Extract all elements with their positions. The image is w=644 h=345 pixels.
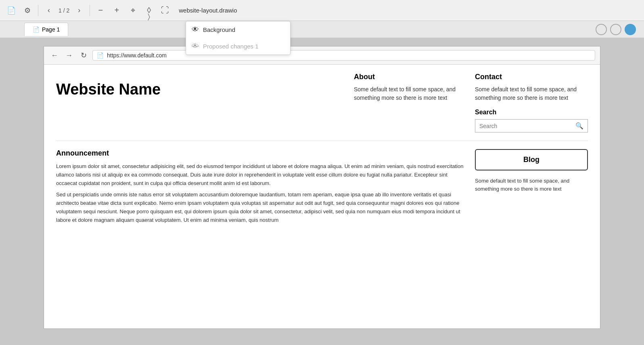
browser-nav: ← → ↻ 📄 https://www.default.com bbox=[49, 50, 595, 61]
refresh-icon: ↻ bbox=[81, 51, 87, 60]
browser-chrome: ← → ↻ 📄 https://www.default.com bbox=[44, 46, 600, 65]
new-file-button[interactable]: 📄 bbox=[4, 3, 19, 18]
about-heading: About bbox=[354, 73, 467, 81]
tab-page1-label: Page 1 bbox=[42, 26, 60, 33]
contact-text: Some default text to fill some space, an… bbox=[475, 85, 588, 102]
layer-proposed-label: Proposed changes 1 bbox=[203, 43, 259, 50]
layer-proposed[interactable]: 👁 Proposed changes 1 bbox=[186, 38, 290, 55]
url-text: https://www.default.com bbox=[107, 52, 167, 59]
layer-background[interactable]: 👁 Background bbox=[186, 21, 290, 38]
new-file-icon: 📄 bbox=[7, 6, 16, 15]
eye-slash-icon: 👁 bbox=[192, 42, 199, 50]
sidebar-text: Some default text to fill some space, an… bbox=[475, 177, 588, 193]
tabs-bar: 📄 Page 1 bbox=[0, 21, 644, 38]
address-bar[interactable]: 📄 https://www.default.com bbox=[92, 50, 595, 61]
forward-button[interactable]: → bbox=[63, 50, 75, 61]
filename-label: website-layout.drawio bbox=[179, 7, 237, 14]
back-icon: ← bbox=[51, 51, 58, 60]
search-button[interactable]: 🔍 bbox=[571, 120, 588, 132]
toolbar: 📄 ⚙ ‹ 1 / 2 › − + ⌖ ◊ 〉 ⛶ website-layout… bbox=[0, 0, 644, 21]
page-navigation: ‹ 1 / 2 › bbox=[42, 3, 86, 18]
prev-icon: ‹ bbox=[46, 6, 52, 15]
website-content: Website Name About Some default text to … bbox=[44, 65, 600, 233]
win-btn-2[interactable] bbox=[610, 24, 621, 35]
contact-section: Contact Some default text to fill some s… bbox=[475, 73, 588, 133]
zoom-out-button[interactable]: − bbox=[93, 3, 108, 18]
layer-background-label: Background bbox=[203, 26, 235, 33]
website-body: Announcement Lorem ipsum dolor sit amet,… bbox=[56, 149, 588, 225]
divider-1 bbox=[38, 5, 38, 16]
website-name: Website Name bbox=[56, 73, 346, 133]
zoom-out-icon: − bbox=[98, 6, 103, 15]
contact-heading: Contact bbox=[475, 73, 588, 81]
fit-page-button[interactable]: ⌖ bbox=[125, 3, 140, 18]
website-header: Website Name About Some default text to … bbox=[56, 73, 588, 141]
prev-page-button[interactable]: ‹ bbox=[42, 3, 56, 18]
eye-icon: 👁 bbox=[192, 25, 199, 34]
refresh-button[interactable]: ↻ bbox=[78, 50, 89, 61]
layers-button[interactable]: ◊ 〉 bbox=[142, 3, 156, 18]
announcement-paragraph-2: Sed ut perspiciatis unde omnis iste natu… bbox=[56, 191, 467, 224]
sidebar-widgets: Blog Some default text to fill some spac… bbox=[475, 149, 588, 225]
main-area: 📄 Page 1 ← → ↻ bbox=[0, 21, 644, 345]
fullscreen-icon: ⛶ bbox=[161, 6, 169, 15]
search-icon: 🔍 bbox=[575, 122, 583, 129]
search-box: 🔍 bbox=[475, 119, 588, 133]
back-button[interactable]: ← bbox=[49, 50, 60, 61]
zoom-in-icon: + bbox=[114, 6, 119, 15]
fit-icon: ⌖ bbox=[131, 6, 135, 15]
zoom-in-button[interactable]: + bbox=[109, 3, 124, 18]
search-section: Search 🔍 bbox=[475, 109, 588, 133]
cursor-hand-icon: 〉 bbox=[148, 13, 150, 21]
settings-icon: ⚙ bbox=[24, 6, 31, 15]
search-input[interactable] bbox=[475, 120, 571, 132]
about-text: Some default text to fill some space, an… bbox=[354, 85, 467, 102]
blog-button[interactable]: Blog bbox=[475, 149, 588, 170]
next-icon: › bbox=[76, 6, 82, 15]
canvas-area: ← → ↻ 📄 https://www.default.com bbox=[0, 38, 644, 345]
settings-button[interactable]: ⚙ bbox=[20, 3, 35, 18]
page-indicator: 1 / 2 bbox=[57, 7, 71, 14]
about-section: About Some default text to fill some spa… bbox=[354, 73, 467, 133]
announcement-heading: Announcement bbox=[56, 149, 467, 158]
divider-2 bbox=[90, 5, 90, 16]
win-btn-1[interactable] bbox=[596, 24, 607, 35]
next-page-button[interactable]: › bbox=[72, 3, 86, 18]
announcement-paragraph-1: Lorem ipsum dolor sit amet, consectetur … bbox=[56, 162, 467, 187]
tab-page1[interactable]: 📄 Page 1 bbox=[24, 23, 68, 36]
search-heading: Search bbox=[475, 109, 588, 116]
page-icon: 📄 bbox=[97, 52, 104, 59]
browser-mockup: ← → ↻ 📄 https://www.default.com bbox=[44, 46, 600, 329]
window-controls bbox=[596, 24, 644, 35]
announcement-section: Announcement Lorem ipsum dolor sit amet,… bbox=[56, 149, 467, 225]
win-btn-3[interactable] bbox=[625, 24, 636, 35]
tab-page-icon: 📄 bbox=[33, 26, 40, 33]
forward-icon: → bbox=[65, 51, 73, 60]
layers-dropdown: 👁 Background 👁 Proposed changes 1 bbox=[186, 21, 291, 55]
fullscreen-button[interactable]: ⛶ bbox=[158, 3, 172, 18]
